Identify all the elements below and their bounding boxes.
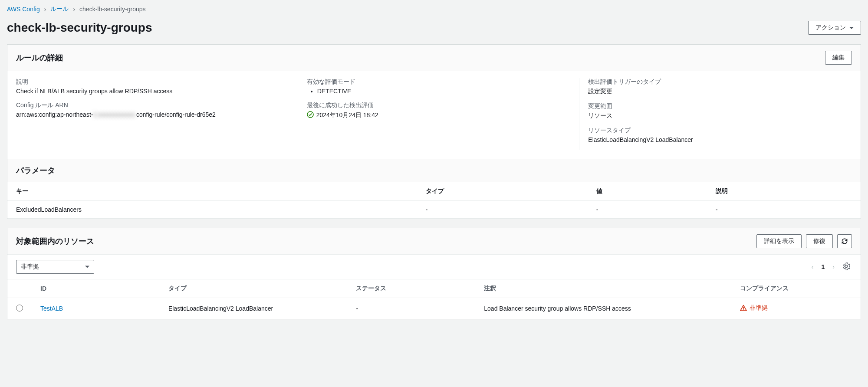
resources-in-scope-panel: 対象範囲内のリソース 詳細を表示 修復 非準拠 ‹ 1 › [7, 228, 861, 319]
arn-label: Config ルール ARN [16, 102, 289, 109]
warning-triangle-icon [740, 305, 747, 312]
chevron-right-icon: › [73, 6, 75, 13]
res-header-status: ステータス [347, 279, 475, 298]
show-details-button[interactable]: 詳細を表示 [756, 234, 802, 248]
page-prev-button[interactable]: ‹ [811, 262, 815, 271]
arn-value: arn:aws:config:ap-northeast-1:xxxxxxxxxx… [16, 111, 289, 118]
param-value-cell: - [588, 201, 707, 219]
last-success-value: 2024年10月24日 18:42 [316, 112, 378, 119]
compliance-text: 非準拠 [750, 304, 768, 312]
actions-label: アクション [815, 24, 846, 32]
refresh-icon [841, 238, 848, 245]
res-header-id: ID [32, 279, 160, 298]
res-header-type: タイプ [160, 279, 348, 298]
svg-point-2 [743, 309, 744, 310]
res-header-annotation: 注釈 [475, 279, 731, 298]
param-key: ExcludedLoadBalancers [7, 201, 417, 219]
breadcrumb-root-link[interactable]: AWS Config [7, 6, 40, 13]
trigger-value: 設定変更 [588, 88, 852, 95]
trigger-label: 検出評価トリガーのタイプ [588, 78, 852, 86]
table-settings-button[interactable] [841, 261, 852, 273]
resource-select-radio[interactable] [16, 305, 23, 312]
param-header-key: キー [7, 182, 417, 201]
compliance-filter-value: 非準拠 [16, 260, 94, 273]
restype-label: リソースタイプ [588, 127, 852, 134]
res-header-compliance: コンプライアンス [731, 279, 861, 298]
resource-type: ElasticLoadBalancingV2 LoadBalancer [160, 298, 348, 319]
rule-details-title: ルールの詳細 [16, 52, 63, 63]
resources-title: 対象範囲内のリソース [16, 236, 94, 246]
edit-button[interactable]: 編集 [825, 51, 852, 65]
gear-icon [842, 262, 850, 270]
resource-annotation: Load Balancer security group allows RDP/… [475, 298, 731, 319]
param-header-value: 値 [588, 182, 707, 201]
scope-value: リソース [588, 112, 852, 120]
description-label: 説明 [16, 78, 289, 86]
last-success-label: 最後に成功した検出評価 [307, 102, 571, 109]
page-title: check-lb-security-groups [7, 21, 152, 35]
resource-status: - [347, 298, 475, 319]
breadcrumb-rules-link[interactable]: ルール [50, 5, 69, 13]
page-number: 1 [822, 263, 825, 270]
eval-mode-value: DETECTIVE [317, 88, 571, 95]
param-type: - [417, 201, 588, 219]
actions-dropdown-button[interactable]: アクション [808, 21, 861, 35]
remediate-button[interactable]: 修復 [806, 234, 833, 248]
page-next-button[interactable]: › [832, 262, 835, 271]
success-check-icon [307, 111, 314, 119]
breadcrumb: AWS Config › ルール › check-lb-security-gro… [7, 3, 861, 13]
param-header-type: タイプ [417, 182, 588, 201]
eval-mode-label: 有効な評価モード [307, 78, 571, 86]
scope-label: 変更範囲 [588, 102, 852, 110]
refresh-button[interactable] [837, 234, 852, 248]
compliance-filter-select[interactable]: 非準拠 [16, 260, 94, 274]
resource-id-link[interactable]: TestALB [40, 305, 63, 312]
param-row: ExcludedLoadBalancers - - - [7, 201, 861, 219]
breadcrumb-current: check-lb-security-groups [79, 6, 146, 13]
details-col-1: 説明 Check if NLB/ALB security groups allo… [16, 78, 289, 150]
resources-table: ID タイプ ステータス 注釈 コンプライアンス TestALB Elastic… [7, 279, 861, 319]
chevron-right-icon: › [44, 6, 46, 13]
resource-row: TestALB ElasticLoadBalancingV2 LoadBalan… [7, 298, 861, 319]
caret-down-icon [85, 266, 89, 268]
pagination: ‹ 1 › [811, 262, 835, 271]
parameters-title: パラメータ [7, 159, 861, 182]
details-col-2: 有効な評価モード DETECTIVE 最後に成功した検出評価 2024年10月2… [298, 78, 571, 150]
description-value: Check if NLB/ALB security groups allow R… [16, 88, 289, 95]
caret-down-icon [849, 27, 854, 29]
details-col-3: 検出評価トリガーのタイプ 設定変更 変更範囲 リソース リソースタイプ Elas… [579, 78, 852, 150]
param-desc: - [707, 201, 861, 219]
param-header-desc: 説明 [707, 182, 861, 201]
compliance-status-badge: 非準拠 [740, 304, 768, 312]
parameters-table: キー タイプ 値 説明 ExcludedLoadBalancers - - - [7, 182, 861, 219]
rule-details-panel: ルールの詳細 編集 説明 Check if NLB/ALB security g… [7, 44, 861, 219]
res-header-select [7, 279, 32, 298]
restype-value: ElasticLoadBalancingV2 LoadBalancer [588, 136, 852, 143]
